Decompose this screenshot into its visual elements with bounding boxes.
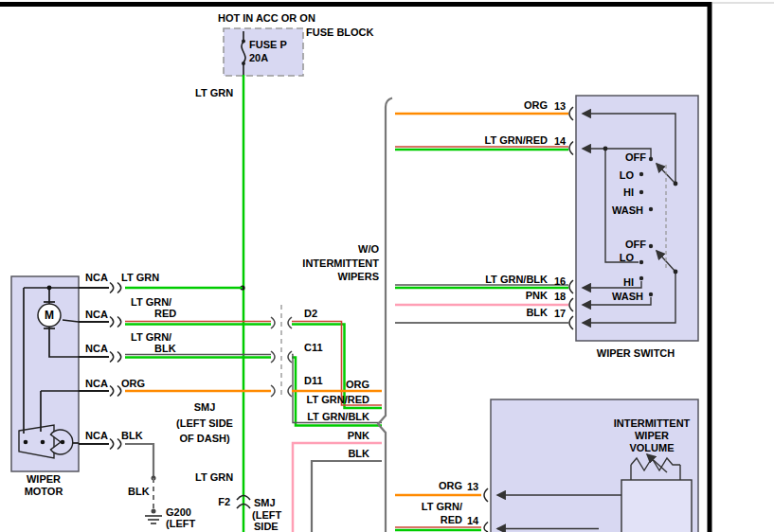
smj-bottom-label-3: SIDE: [254, 521, 279, 532]
wire-lt-grn-red-route-stripe: [292, 322, 382, 406]
group-note-1: W/O: [358, 243, 379, 255]
wire-label: RED: [154, 308, 176, 319]
junction-dot: [152, 509, 156, 514]
ground-g200: BLK G200 (LEFT: [128, 476, 195, 530]
nca-tag: NCA: [85, 343, 108, 354]
pin-number: 14: [554, 135, 567, 147]
nca-tag: NCA: [85, 378, 108, 389]
module-inner-box: [621, 480, 692, 532]
intermittent-module-block: INTERMITTENT WIPER VOLUME: [491, 399, 698, 532]
connector-f2: F2: [218, 496, 230, 507]
switch-pin-labels: ORG 13 LT GRN/RED 14 LT GRN/BLK 16 PNK 1…: [485, 99, 567, 319]
switch-edge-connector-icons: [569, 107, 573, 329]
pos-lo-2: LO: [620, 252, 635, 263]
motor-letter: M: [45, 309, 54, 322]
wiper-switch-box: [576, 96, 698, 341]
park-contact-dot: [61, 440, 65, 445]
module-title-1: INTERMITTENT: [614, 417, 691, 429]
wire-blk-route: [312, 461, 382, 532]
wire-blk-ground: [125, 444, 153, 478]
wire-label: LT GRN/: [131, 331, 171, 343]
pos-off-2: OFF: [625, 239, 646, 250]
ground-name: G200: [166, 506, 191, 518]
smj-label-1: SMJ: [194, 401, 216, 413]
pin-wire-label: ORG: [524, 99, 548, 111]
wiper-switch-title: WIPER SWITCH: [597, 347, 675, 359]
connector-d2: D2: [304, 308, 317, 319]
pin-wire-label: LT GRN/RED: [485, 134, 548, 146]
ground-loc: (LEFT: [166, 518, 195, 529]
wiring-diagram-page: HOT IN ACC OR ON FUSE BLOCK FUSE P 20A L…: [0, 0, 774, 532]
wire-label-lt-grn-red: LT GRN/RED: [307, 394, 369, 405]
pos-hi-1: HI: [623, 186, 634, 198]
fuse-output-wire-label: LT GRN: [195, 87, 233, 98]
wiper-motor-title-1: WIPER: [27, 473, 61, 485]
wiper-circuit-diagram: HOT IN ACC OR ON FUSE BLOCK FUSE P 20A L…: [0, 0, 774, 532]
pos-lo-1: LO: [620, 169, 635, 181]
fuse-rating: 20A: [249, 52, 268, 63]
fuse-terminal-dot: [242, 40, 245, 44]
module-pin-labels: ORG 13 LT GRN/ RED 14: [422, 480, 479, 526]
pin-wire-label: LT GRN/: [422, 501, 462, 512]
fuse-block-label: FUSE BLOCK: [306, 27, 374, 38]
motor-wires: [125, 288, 271, 478]
pin-number: 13: [467, 481, 478, 492]
smj-label-2: (LEFT SIDE: [176, 417, 233, 429]
park-contact-dot: [24, 440, 28, 445]
hot-in-acc-label: HOT IN ACC OR ON: [218, 12, 315, 24]
wire-label-lt-grn-blk: LT GRN/BLK: [307, 411, 369, 422]
ground-wire-label: BLK: [128, 486, 150, 497]
wire-label-blk: BLK: [348, 448, 369, 459]
ground-icon: [145, 516, 162, 523]
pos-wash-1: WASH: [612, 204, 643, 216]
pos-wash-2: WASH: [612, 291, 643, 302]
nca-tag: NCA: [85, 430, 108, 441]
pin-wire-label: LT GRN/BLK: [485, 274, 548, 285]
group-brace: [378, 98, 392, 532]
smj-label-3: OF DASH): [179, 433, 230, 444]
pin-wire-label: RED: [441, 514, 462, 525]
inline-connector-icons: [110, 283, 121, 450]
module-edge-connector-icons: [484, 488, 488, 532]
nca-tag: NCA: [85, 272, 108, 283]
pin-wire-label: PNK: [526, 290, 548, 301]
module-title-2: WIPER: [635, 430, 669, 441]
wire-label: BLK: [121, 430, 143, 441]
pin-number: 14: [467, 515, 479, 526]
wire-label: LT GRN/: [131, 296, 171, 308]
connector-d11: D11: [304, 375, 323, 386]
wiper-switch-block: OFF LO HI WASH OFF LO HI WASH: [576, 96, 698, 341]
wire-label: ORG: [121, 378, 145, 389]
group-note-3: WIPERS: [338, 271, 379, 282]
pin-wire-label: ORG: [439, 480, 462, 491]
wire-label-org: ORG: [346, 379, 369, 390]
pin-number: 18: [554, 291, 566, 302]
pos-off-1: OFF: [625, 151, 646, 163]
pin-wire-label: BLK: [526, 307, 548, 318]
wire-label-lt-grn: LT GRN: [195, 471, 233, 483]
smj-bottom-connector: LT GRN F2 SMJ (LEFT SIDE: [195, 471, 281, 532]
pin-number: 17: [554, 308, 566, 319]
nca-tag: NCA: [85, 309, 108, 320]
wire-label: LT GRN: [121, 272, 159, 283]
group-note: W/O INTERMITTENT WIPERS: [302, 243, 379, 282]
fuse-name: FUSE P: [249, 39, 287, 50]
wiper-motor-title-2: MOTOR: [25, 486, 63, 497]
pin-number: 16: [554, 275, 566, 287]
fuse-terminal-dot: [242, 62, 245, 65]
wire-label: BLK: [154, 343, 176, 354]
wire-label-pnk: PNK: [348, 430, 369, 441]
group-note-2: INTERMITTENT: [302, 257, 379, 269]
smj-bottom-label-1: SMJ: [254, 497, 276, 508]
wiper-motor-block: M WIPER MOTOR: [11, 276, 79, 497]
fuse-block: HOT IN ACC OR ON FUSE BLOCK FUSE P 20A L…: [195, 12, 374, 98]
pin-number: 13: [554, 100, 566, 112]
pos-hi-2: HI: [623, 276, 634, 288]
connector-c11: C11: [304, 342, 323, 353]
module-title-3: VOLUME: [629, 442, 674, 453]
junction-dot: [47, 286, 52, 291]
smj-bottom-label-2: (LEFT: [252, 509, 281, 521]
park-contact-dot: [41, 440, 45, 445]
